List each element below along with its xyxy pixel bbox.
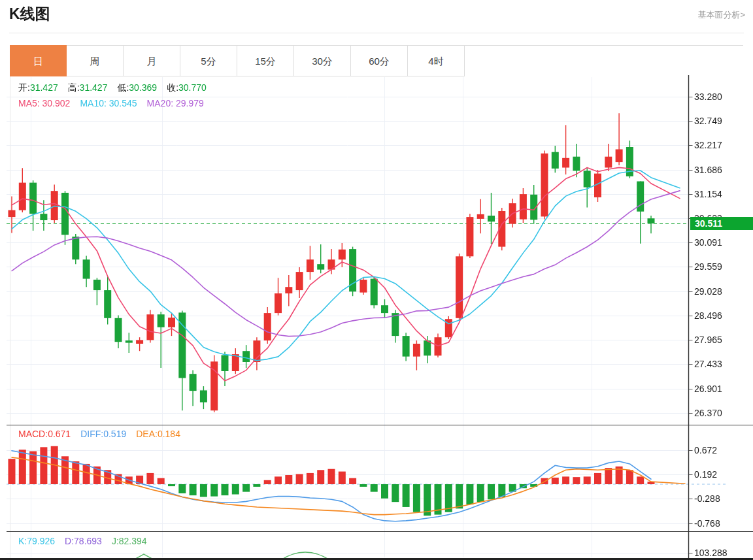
dea-readout: DEA:0.184: [136, 429, 180, 439]
ma5-readout: MA5: 30.902: [18, 98, 70, 108]
tab-week[interactable]: 周: [67, 45, 124, 76]
tab-30min[interactable]: 30分: [294, 45, 351, 76]
j-readout: J:82.394: [112, 536, 147, 546]
ma20-readout: MA20: 29.979: [147, 98, 204, 108]
ohlc-high: 高:31.427: [68, 82, 108, 93]
fundamental-analysis-link[interactable]: 基本面分析>: [697, 9, 745, 21]
page-title: K线图: [9, 4, 50, 24]
tab-day[interactable]: 日: [10, 45, 67, 76]
kdj-readout-row: K:79.926D:78.693J:82.394: [18, 536, 157, 546]
macd-readout: MACD:0.671: [18, 429, 71, 439]
k-readout: K:79.926: [18, 536, 55, 546]
diff-readout: DIFF:0.519: [80, 429, 126, 439]
interval-tabbar: 日周月5分15分30分60分4时: [10, 45, 465, 76]
ohlc-open: 开:31.427: [18, 82, 58, 93]
ohlc-close: 收:30.770: [167, 82, 207, 93]
tab-60min[interactable]: 60分: [351, 45, 408, 76]
tab-4hour[interactable]: 4时: [408, 45, 465, 76]
ma10-readout: MA10: 30.545: [80, 98, 137, 108]
current-price-value: 30.511: [695, 218, 722, 229]
macd-readout-row: MACD:0.671DIFF:0.519DEA:0.184: [18, 429, 190, 439]
d-readout: D:78.693: [65, 536, 102, 546]
tab-month[interactable]: 月: [124, 45, 180, 76]
ohlc-readout-row: 开:31.427高:31.427低:30.369收:30.770: [18, 82, 216, 94]
header-divider: [9, 33, 744, 33]
ma-readout-row: MA5: 30.902MA10: 30.545MA20: 29.979: [18, 98, 214, 108]
ohlc-low: 低:30.369: [117, 82, 157, 93]
current-price-tag: 30.511: [690, 217, 753, 230]
tab-5min[interactable]: 5分: [180, 45, 237, 76]
tab-15min[interactable]: 15分: [237, 45, 294, 76]
